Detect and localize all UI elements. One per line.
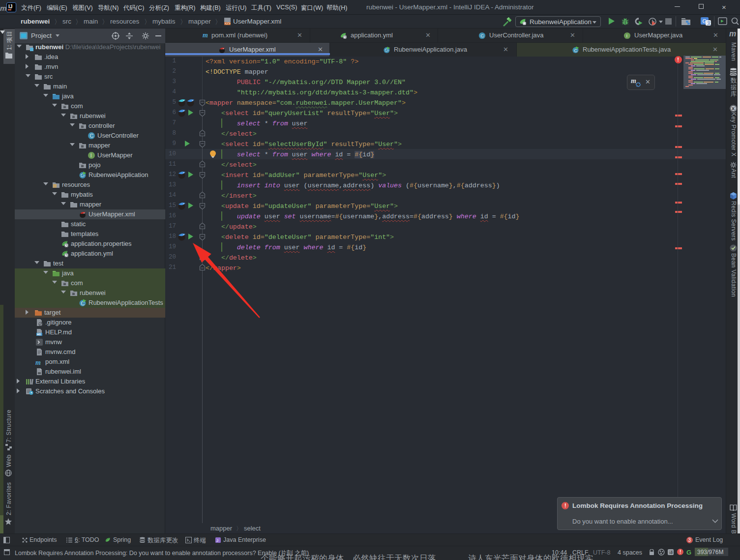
svg-text:文: 文 [707, 21, 711, 26]
svg-text:I: I [626, 33, 627, 38]
svg-text:I: I [90, 152, 92, 158]
svg-text:</>: </> [225, 22, 231, 26]
svg-text:X: X [732, 106, 735, 111]
svg-text:MD: MD [37, 333, 41, 336]
svg-text:译: 译 [669, 550, 674, 555]
svg-text:C: C [480, 33, 484, 38]
svg-text:C: C [90, 133, 94, 139]
svg-text:J: J [216, 538, 218, 543]
